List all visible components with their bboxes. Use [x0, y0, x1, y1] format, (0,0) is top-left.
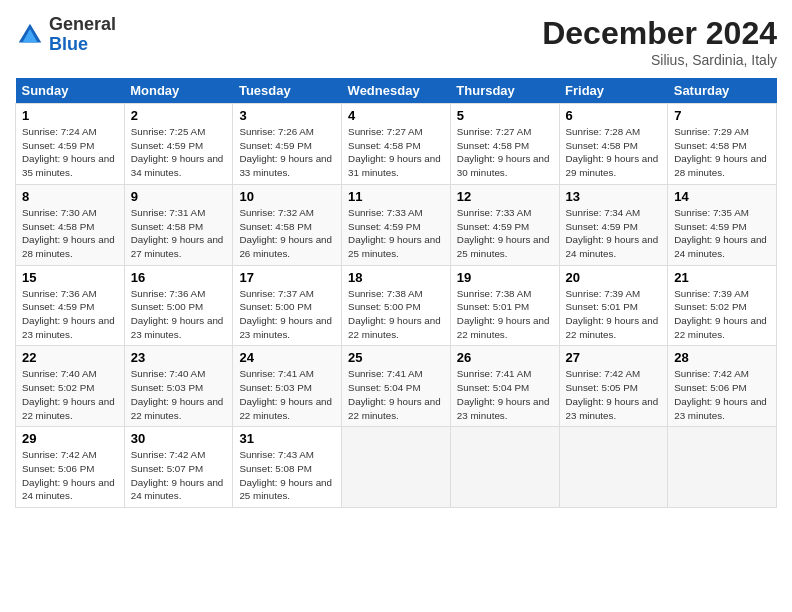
calendar-cell: 23 Sunrise: 7:40 AM Sunset: 5:03 PM Dayl…: [124, 346, 233, 427]
col-friday: Friday: [559, 78, 668, 104]
calendar-cell: 19 Sunrise: 7:38 AM Sunset: 5:01 PM Dayl…: [450, 265, 559, 346]
day-number: 31: [239, 431, 335, 446]
cell-details: Sunrise: 7:30 AM Sunset: 4:58 PM Dayligh…: [22, 206, 118, 261]
cell-details: Sunrise: 7:38 AM Sunset: 5:01 PM Dayligh…: [457, 287, 553, 342]
calendar-week-0: 1 Sunrise: 7:24 AM Sunset: 4:59 PM Dayli…: [16, 104, 777, 185]
col-sunday: Sunday: [16, 78, 125, 104]
calendar-cell: 21 Sunrise: 7:39 AM Sunset: 5:02 PM Dayl…: [668, 265, 777, 346]
location: Silius, Sardinia, Italy: [542, 52, 777, 68]
cell-details: Sunrise: 7:42 AM Sunset: 5:07 PM Dayligh…: [131, 448, 227, 503]
calendar-cell: 26 Sunrise: 7:41 AM Sunset: 5:04 PM Dayl…: [450, 346, 559, 427]
calendar-cell: 8 Sunrise: 7:30 AM Sunset: 4:58 PM Dayli…: [16, 184, 125, 265]
header-row: Sunday Monday Tuesday Wednesday Thursday…: [16, 78, 777, 104]
cell-details: Sunrise: 7:37 AM Sunset: 5:00 PM Dayligh…: [239, 287, 335, 342]
day-number: 26: [457, 350, 553, 365]
cell-details: Sunrise: 7:42 AM Sunset: 5:06 PM Dayligh…: [674, 367, 770, 422]
cell-details: Sunrise: 7:42 AM Sunset: 5:06 PM Dayligh…: [22, 448, 118, 503]
calendar-cell: 10 Sunrise: 7:32 AM Sunset: 4:58 PM Dayl…: [233, 184, 342, 265]
calendar-cell: [450, 427, 559, 508]
calendar-cell: 20 Sunrise: 7:39 AM Sunset: 5:01 PM Dayl…: [559, 265, 668, 346]
calendar-cell: 22 Sunrise: 7:40 AM Sunset: 5:02 PM Dayl…: [16, 346, 125, 427]
day-number: 8: [22, 189, 118, 204]
header: General Blue December 2024 Silius, Sardi…: [15, 15, 777, 68]
cell-details: Sunrise: 7:33 AM Sunset: 4:59 PM Dayligh…: [348, 206, 444, 261]
page: General Blue December 2024 Silius, Sardi…: [0, 0, 792, 612]
day-number: 14: [674, 189, 770, 204]
cell-details: Sunrise: 7:40 AM Sunset: 5:02 PM Dayligh…: [22, 367, 118, 422]
cell-details: Sunrise: 7:26 AM Sunset: 4:59 PM Dayligh…: [239, 125, 335, 180]
calendar-cell: 14 Sunrise: 7:35 AM Sunset: 4:59 PM Dayl…: [668, 184, 777, 265]
calendar-week-4: 29 Sunrise: 7:42 AM Sunset: 5:06 PM Dayl…: [16, 427, 777, 508]
calendar-week-3: 22 Sunrise: 7:40 AM Sunset: 5:02 PM Dayl…: [16, 346, 777, 427]
calendar-cell: [668, 427, 777, 508]
col-tuesday: Tuesday: [233, 78, 342, 104]
calendar-cell: 2 Sunrise: 7:25 AM Sunset: 4:59 PM Dayli…: [124, 104, 233, 185]
logo-text: General Blue: [49, 15, 116, 55]
cell-details: Sunrise: 7:29 AM Sunset: 4:58 PM Dayligh…: [674, 125, 770, 180]
cell-details: Sunrise: 7:39 AM Sunset: 5:02 PM Dayligh…: [674, 287, 770, 342]
day-number: 17: [239, 270, 335, 285]
day-number: 25: [348, 350, 444, 365]
day-number: 28: [674, 350, 770, 365]
calendar-cell: 3 Sunrise: 7:26 AM Sunset: 4:59 PM Dayli…: [233, 104, 342, 185]
col-saturday: Saturday: [668, 78, 777, 104]
day-number: 27: [566, 350, 662, 365]
calendar-cell: 28 Sunrise: 7:42 AM Sunset: 5:06 PM Dayl…: [668, 346, 777, 427]
col-monday: Monday: [124, 78, 233, 104]
calendar-cell: 30 Sunrise: 7:42 AM Sunset: 5:07 PM Dayl…: [124, 427, 233, 508]
cell-details: Sunrise: 7:43 AM Sunset: 5:08 PM Dayligh…: [239, 448, 335, 503]
calendar-cell: 25 Sunrise: 7:41 AM Sunset: 5:04 PM Dayl…: [342, 346, 451, 427]
calendar-cell: 31 Sunrise: 7:43 AM Sunset: 5:08 PM Dayl…: [233, 427, 342, 508]
cell-details: Sunrise: 7:32 AM Sunset: 4:58 PM Dayligh…: [239, 206, 335, 261]
cell-details: Sunrise: 7:24 AM Sunset: 4:59 PM Dayligh…: [22, 125, 118, 180]
calendar-cell: 15 Sunrise: 7:36 AM Sunset: 4:59 PM Dayl…: [16, 265, 125, 346]
calendar-cell: 6 Sunrise: 7:28 AM Sunset: 4:58 PM Dayli…: [559, 104, 668, 185]
calendar-cell: 17 Sunrise: 7:37 AM Sunset: 5:00 PM Dayl…: [233, 265, 342, 346]
calendar-cell: [559, 427, 668, 508]
day-number: 23: [131, 350, 227, 365]
calendar-table: Sunday Monday Tuesday Wednesday Thursday…: [15, 78, 777, 508]
calendar-cell: 29 Sunrise: 7:42 AM Sunset: 5:06 PM Dayl…: [16, 427, 125, 508]
logo-line2: Blue: [49, 35, 116, 55]
day-number: 11: [348, 189, 444, 204]
day-number: 13: [566, 189, 662, 204]
calendar-cell: 1 Sunrise: 7:24 AM Sunset: 4:59 PM Dayli…: [16, 104, 125, 185]
cell-details: Sunrise: 7:41 AM Sunset: 5:04 PM Dayligh…: [348, 367, 444, 422]
calendar-cell: 11 Sunrise: 7:33 AM Sunset: 4:59 PM Dayl…: [342, 184, 451, 265]
month-title: December 2024: [542, 15, 777, 52]
cell-details: Sunrise: 7:33 AM Sunset: 4:59 PM Dayligh…: [457, 206, 553, 261]
calendar-cell: 9 Sunrise: 7:31 AM Sunset: 4:58 PM Dayli…: [124, 184, 233, 265]
calendar-cell: [342, 427, 451, 508]
day-number: 24: [239, 350, 335, 365]
cell-details: Sunrise: 7:39 AM Sunset: 5:01 PM Dayligh…: [566, 287, 662, 342]
day-number: 29: [22, 431, 118, 446]
calendar-cell: 4 Sunrise: 7:27 AM Sunset: 4:58 PM Dayli…: [342, 104, 451, 185]
cell-details: Sunrise: 7:41 AM Sunset: 5:03 PM Dayligh…: [239, 367, 335, 422]
day-number: 22: [22, 350, 118, 365]
day-number: 2: [131, 108, 227, 123]
day-number: 10: [239, 189, 335, 204]
calendar-cell: 24 Sunrise: 7:41 AM Sunset: 5:03 PM Dayl…: [233, 346, 342, 427]
cell-details: Sunrise: 7:27 AM Sunset: 4:58 PM Dayligh…: [348, 125, 444, 180]
cell-details: Sunrise: 7:28 AM Sunset: 4:58 PM Dayligh…: [566, 125, 662, 180]
day-number: 18: [348, 270, 444, 285]
cell-details: Sunrise: 7:36 AM Sunset: 5:00 PM Dayligh…: [131, 287, 227, 342]
day-number: 6: [566, 108, 662, 123]
logo-icon: [15, 20, 45, 50]
calendar-cell: 5 Sunrise: 7:27 AM Sunset: 4:58 PM Dayli…: [450, 104, 559, 185]
cell-details: Sunrise: 7:36 AM Sunset: 4:59 PM Dayligh…: [22, 287, 118, 342]
col-wednesday: Wednesday: [342, 78, 451, 104]
day-number: 1: [22, 108, 118, 123]
logo: General Blue: [15, 15, 116, 55]
day-number: 5: [457, 108, 553, 123]
day-number: 21: [674, 270, 770, 285]
cell-details: Sunrise: 7:38 AM Sunset: 5:00 PM Dayligh…: [348, 287, 444, 342]
calendar-cell: 7 Sunrise: 7:29 AM Sunset: 4:58 PM Dayli…: [668, 104, 777, 185]
day-number: 15: [22, 270, 118, 285]
calendar-cell: 27 Sunrise: 7:42 AM Sunset: 5:05 PM Dayl…: [559, 346, 668, 427]
day-number: 3: [239, 108, 335, 123]
calendar-week-2: 15 Sunrise: 7:36 AM Sunset: 4:59 PM Dayl…: [16, 265, 777, 346]
calendar-cell: 18 Sunrise: 7:38 AM Sunset: 5:00 PM Dayl…: [342, 265, 451, 346]
cell-details: Sunrise: 7:34 AM Sunset: 4:59 PM Dayligh…: [566, 206, 662, 261]
calendar-cell: 13 Sunrise: 7:34 AM Sunset: 4:59 PM Dayl…: [559, 184, 668, 265]
